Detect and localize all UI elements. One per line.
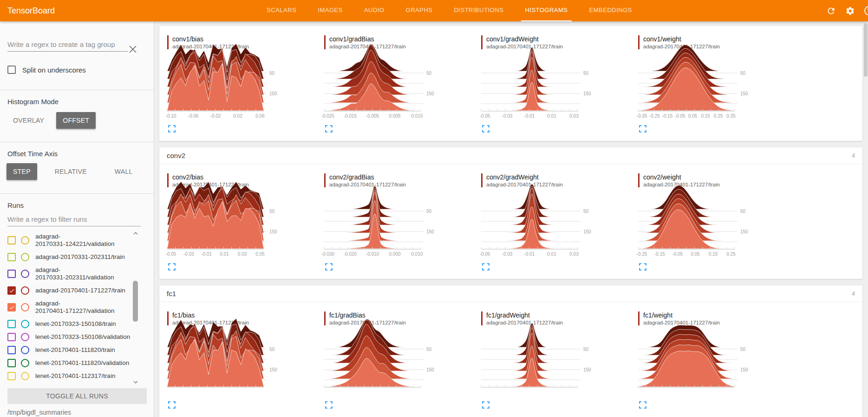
main-scrollbar-thumb[interactable]: [864, 23, 868, 77]
top-navbar: TensorBoard SCALARSIMAGESAUDIOGRAPHSDIST…: [0, 0, 868, 21]
run-checkbox[interactable]: [7, 270, 16, 278]
histogram-chart[interactable]: 50150-0.025-0.015-0.0050.0050.015: [324, 54, 450, 122]
expand-icon[interactable]: [168, 125, 176, 132]
split-underscores-row[interactable]: Split on underscores: [7, 66, 146, 74]
run-item[interactable]: adagrad-20170331-124221/validation: [7, 230, 131, 251]
expand-icon[interactable]: [482, 125, 489, 132]
run-radio[interactable]: [21, 286, 29, 295]
histogram-chart[interactable]: 50150-0.25-0.15-0.050.050.150.25: [638, 192, 764, 260]
histogram-chart[interactable]: 50150-0.05-0.03-0.010.010.030.05: [167, 192, 294, 260]
overlay-button[interactable]: OVERLAY: [7, 112, 51, 129]
histogram-chart[interactable]: 50150: [638, 331, 764, 398]
tab-images[interactable]: IMAGES: [314, 0, 346, 21]
relative-button[interactable]: RELATIVE: [48, 163, 93, 180]
close-icon[interactable]: [128, 45, 137, 54]
run-checkbox[interactable]: [7, 320, 16, 328]
tag-filter-input[interactable]: [7, 39, 128, 52]
histogram-mode-label: Histogram Mode: [7, 98, 146, 106]
expand-icon[interactable]: [482, 263, 489, 271]
run-item[interactable]: adagrad-20170401-171227/validation: [7, 297, 131, 318]
run-radio[interactable]: [21, 303, 29, 311]
offset-button[interactable]: OFFSET: [56, 112, 96, 129]
expand-icon[interactable]: [325, 401, 333, 409]
category-header[interactable]: fc1 4: [159, 285, 862, 302]
run-item[interactable]: lenet-20170323-150108/validation: [7, 331, 131, 344]
run-radio[interactable]: [21, 253, 29, 261]
run-item[interactable]: adagrad-20170331-202311/train: [7, 251, 131, 264]
expand-icon[interactable]: [325, 125, 333, 132]
expand-icon[interactable]: [639, 263, 646, 271]
run-filter-input[interactable]: [7, 214, 141, 226]
category-header[interactable]: conv2 4: [159, 147, 862, 164]
svg-text:50: 50: [269, 71, 275, 76]
run-item[interactable]: lenet-20170401-112317/train: [7, 370, 131, 383]
tab-histograms[interactable]: HISTOGRAMS: [521, 0, 571, 21]
run-item[interactable]: adagrad-20170401-171227/train: [7, 284, 131, 297]
wall-button[interactable]: WALL: [108, 163, 139, 180]
settings-icon[interactable]: [844, 5, 855, 16]
run-checkbox[interactable]: [7, 333, 16, 341]
histogram-chart[interactable]: 50150: [167, 331, 294, 398]
scroll-down-icon[interactable]: [133, 380, 138, 384]
run-label: lenet-20170401-111820/train: [35, 346, 115, 354]
run-checkbox[interactable]: [7, 286, 16, 295]
scrollbar-thumb[interactable]: [133, 281, 138, 322]
run-radio[interactable]: [21, 236, 29, 245]
histogram-chart[interactable]: 50150: [324, 331, 450, 398]
run-checkbox[interactable]: [7, 372, 16, 380]
histogram-chart[interactable]: 50150-0.05-0.03-0.010.010.03: [481, 54, 607, 122]
histogram-chart[interactable]: 50150-0.10-0.06-0.020.020.06: [167, 54, 294, 122]
run-radio[interactable]: [21, 359, 29, 367]
run-list-scrollbar[interactable]: [132, 231, 139, 385]
run-item[interactable]: lenet-20170323-150108/train: [7, 318, 131, 331]
run-checkbox[interactable]: [7, 253, 16, 261]
run-checkbox[interactable]: [7, 346, 16, 354]
run-radio[interactable]: [21, 372, 29, 380]
svg-text:0.15: 0.15: [701, 113, 710, 119]
expand-icon[interactable]: [482, 401, 489, 409]
run-item[interactable]: adagrad-20170331-202311/validation: [7, 264, 131, 284]
run-checkbox[interactable]: [7, 303, 16, 311]
svg-text:150: 150: [740, 229, 748, 234]
histogram-chart[interactable]: 50150-0.05-0.03-0.010.010.03: [481, 192, 607, 260]
run-item[interactable]: lenet-20170401-111820/validation: [7, 357, 131, 370]
tab-embeddings[interactable]: EMBEDDINGS: [586, 0, 636, 21]
run-label: lenet-20170323-150108/validation: [35, 333, 130, 341]
run-radio[interactable]: [21, 333, 29, 341]
run-color-bar: [324, 173, 326, 187]
run-item[interactable]: lenet-20170401-111820/train: [7, 344, 131, 357]
histogram-chart[interactable]: 50150-0.030-0.020-0.0100.0000.010: [324, 192, 450, 260]
toggle-all-runs-button[interactable]: TOGGLE ALL RUNS: [7, 388, 147, 404]
svg-text:-0.02: -0.02: [210, 113, 221, 119]
expand-icon[interactable]: [325, 263, 333, 271]
run-radio[interactable]: [21, 270, 29, 278]
step-button[interactable]: STEP: [7, 163, 37, 180]
card-run-name: adagrad-20170401-171227/train: [486, 43, 563, 50]
tab-distributions[interactable]: DISTRIBUTIONS: [450, 0, 507, 21]
svg-text:50: 50: [583, 347, 589, 352]
run-color-bar: [481, 311, 483, 325]
expand-icon[interactable]: [168, 401, 176, 409]
help-icon[interactable]: ?: [863, 5, 868, 16]
scroll-up-icon[interactable]: [133, 232, 138, 235]
svg-text:150: 150: [426, 229, 434, 234]
svg-text:-0.03: -0.03: [183, 252, 194, 257]
expand-icon[interactable]: [639, 125, 646, 132]
card-title: conv2/bias: [172, 173, 249, 181]
run-color-bar: [324, 311, 326, 325]
run-checkbox[interactable]: [7, 359, 16, 367]
run-checkbox[interactable]: [7, 236, 16, 245]
tab-audio[interactable]: AUDIO: [360, 0, 388, 21]
split-underscores-checkbox[interactable]: [7, 66, 16, 74]
run-color-bar: [638, 173, 640, 187]
svg-text:-0.15: -0.15: [662, 113, 672, 119]
expand-icon[interactable]: [639, 401, 646, 409]
tab-graphs[interactable]: GRAPHS: [402, 0, 437, 21]
histogram-chart[interactable]: 50150-0.35-0.25-0.15-0.050.050.150.250.3…: [638, 54, 764, 122]
refresh-icon[interactable]: [825, 5, 836, 16]
run-radio[interactable]: [21, 320, 29, 328]
expand-icon[interactable]: [168, 263, 176, 271]
tab-scalars[interactable]: SCALARS: [263, 0, 300, 21]
histogram-chart[interactable]: 50150: [481, 331, 607, 398]
run-radio[interactable]: [21, 346, 29, 354]
